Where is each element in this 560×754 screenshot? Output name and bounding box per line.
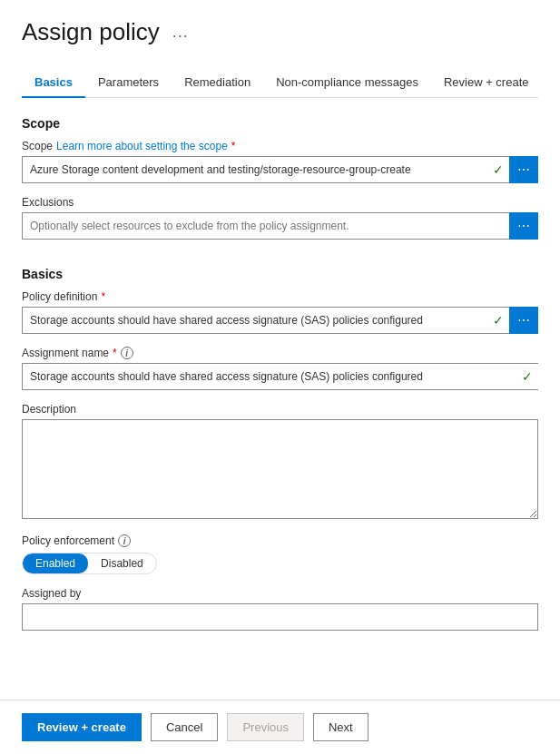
assignment-name-input[interactable]	[22, 363, 516, 390]
tab-parameters[interactable]: Parameters	[85, 68, 172, 98]
cancel-button[interactable]: Cancel	[151, 713, 218, 741]
policy-definition-label-text: Policy definition	[22, 290, 97, 303]
next-button[interactable]: Next	[313, 713, 368, 741]
bottom-bar: Review + create Cancel Previous Next	[0, 700, 560, 754]
tabs-bar: Basics Parameters Remediation Non-compli…	[22, 68, 538, 98]
assignment-name-info-icon[interactable]: i	[121, 347, 133, 359]
exclusions-field-group: Exclusions ⋯	[22, 196, 538, 240]
scope-field-label: Scope Learn more about setting the scope…	[22, 140, 538, 152]
assigned-by-input[interactable]	[22, 603, 538, 631]
previous-button: Previous	[227, 713, 304, 741]
page-title: Assign policy	[22, 18, 160, 46]
review-create-button[interactable]: Review + create	[22, 713, 142, 741]
toggle-disabled-option[interactable]: Disabled	[88, 553, 156, 573]
policy-enforcement-label-text: Policy enforcement	[22, 534, 114, 547]
basics-section-title: Basics	[22, 267, 538, 281]
assignment-name-input-row: ✓	[22, 363, 538, 390]
assignment-name-label-text: Assignment name	[22, 347, 109, 359]
ellipsis-menu-button[interactable]: ...	[169, 21, 192, 44]
toggle-enabled-option[interactable]: Enabled	[23, 553, 88, 573]
scope-required-star: *	[231, 140, 236, 152]
policy-definition-field-group: Policy definition * ✓ ⋯	[22, 290, 538, 334]
policy-definition-input-row: ✓ ⋯	[22, 307, 538, 334]
policy-definition-input[interactable]	[22, 307, 487, 334]
policy-enforcement-field-group: Policy enforcement i Enabled Disabled	[22, 534, 538, 574]
description-textarea[interactable]	[22, 419, 538, 519]
policy-enforcement-label: Policy enforcement i	[22, 534, 538, 547]
assigned-by-label: Assigned by	[22, 587, 538, 600]
scope-input[interactable]	[22, 156, 487, 183]
scope-field-group: Scope Learn more about setting the scope…	[22, 140, 538, 183]
policy-enforcement-info-icon[interactable]: i	[118, 534, 131, 547]
exclusions-input-row: ⋯	[22, 212, 538, 240]
scope-learn-more-link[interactable]: Learn more about setting the scope	[56, 140, 228, 152]
assignment-required-star: *	[113, 347, 117, 359]
assignment-name-field-group: Assignment name * i ✓	[22, 347, 538, 390]
tab-review-create[interactable]: Review + create	[431, 68, 542, 98]
assignment-name-label: Assignment name * i	[22, 347, 538, 359]
tab-remediation[interactable]: Remediation	[172, 68, 263, 98]
scope-label-text: Scope	[22, 140, 53, 152]
exclusions-input[interactable]	[22, 212, 509, 240]
scope-section-title: Scope	[22, 116, 538, 131]
policy-enforcement-toggle: Enabled Disabled	[22, 553, 157, 574]
policy-definition-check-icon: ✓	[487, 307, 509, 334]
tab-non-compliance[interactable]: Non-compliance messages	[263, 68, 431, 98]
scope-check-icon: ✓	[487, 156, 509, 183]
policy-definition-label: Policy definition *	[22, 290, 538, 303]
policy-required-star: *	[101, 290, 105, 303]
description-field-group: Description	[22, 403, 538, 522]
exclusions-browse-button[interactable]: ⋯	[509, 212, 538, 240]
description-label: Description	[22, 403, 538, 416]
assignment-name-check-icon: ✓	[516, 363, 538, 390]
tab-basics[interactable]: Basics	[22, 68, 85, 98]
scope-input-row: ✓ ⋯	[22, 156, 538, 183]
policy-definition-browse-button[interactable]: ⋯	[509, 307, 538, 334]
assigned-by-field-group: Assigned by	[22, 587, 538, 631]
scope-browse-button[interactable]: ⋯	[509, 156, 538, 183]
exclusions-label: Exclusions	[22, 196, 538, 209]
